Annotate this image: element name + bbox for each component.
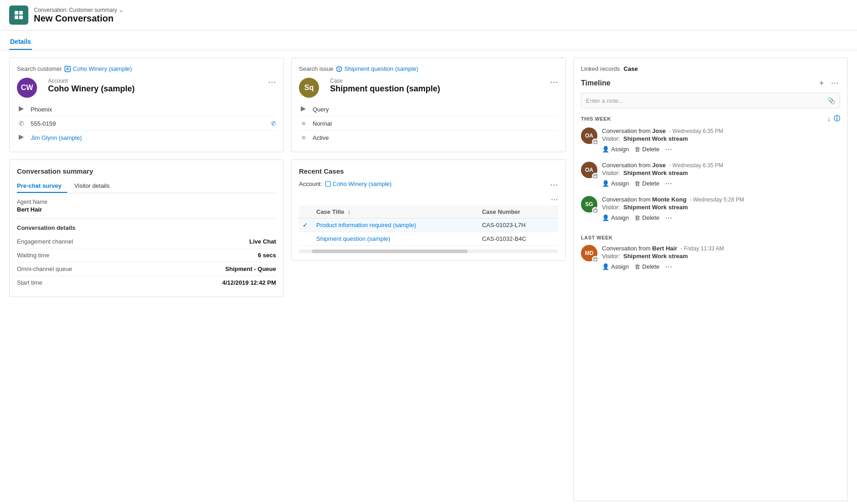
timeline-item-more-button[interactable]: ⋯: [665, 262, 672, 271]
assign-button[interactable]: 👤 Assign: [602, 180, 629, 187]
last-week-label: LAST WEEK: [581, 235, 612, 240]
table-header-case-number: Case Number: [478, 206, 558, 218]
table-row[interactable]: ✓ Product information required (sample) …: [299, 218, 558, 232]
conversation-summary-card: Conversation summary Pre-chat survey Vis…: [9, 159, 284, 297]
timeline-actions-row: 👤 Assign 🗑 Delete ⋯: [602, 262, 840, 271]
table-header-case-title: Case Title ↕: [313, 206, 478, 218]
tab-pre-chat-survey[interactable]: Pre-chat survey: [17, 180, 67, 193]
delete-button[interactable]: 🗑 Delete: [634, 214, 660, 221]
case-search-link[interactable]: Shipment question (sample): [336, 65, 418, 72]
delete-icon: 🗑: [634, 263, 640, 270]
case-more-button[interactable]: ⋯: [550, 78, 558, 86]
customer-contact-link[interactable]: Jim Glynn (sample): [31, 134, 82, 141]
recent-cases-card: Recent Cases Account: Coho Winery (sampl…: [291, 159, 566, 261]
svg-rect-8: [594, 140, 597, 143]
assign-button[interactable]: 👤 Assign: [602, 214, 629, 221]
assign-button[interactable]: 👤 Assign: [602, 146, 629, 153]
cases-more-button[interactable]: ⋯: [550, 180, 558, 190]
timeline-visitor: Visitor: Shipment Work stream: [602, 253, 840, 260]
tab-visitor-details[interactable]: Visitor details: [75, 180, 115, 193]
info-icon[interactable]: ⓘ: [834, 115, 841, 123]
visitor-label: Visitor:: [602, 204, 620, 211]
timeline-from: Conversation from Jose - Wednesday 6:35 …: [602, 162, 840, 169]
timeline-content: Conversation from Jose - Wednesday 6:35 …: [602, 127, 840, 154]
timeline-item-more-button[interactable]: ⋯: [665, 145, 672, 154]
customer-search-row: Search customer Coho Winery (sample): [17, 65, 276, 72]
main-content: Search customer Coho Winery (sample) CW …: [0, 50, 857, 504]
case-entity-header: Sq Case Shipment question (sample) ⋯: [299, 78, 558, 98]
visitor-label: Visitor:: [602, 253, 620, 260]
customer-card: Search customer Coho Winery (sample) CW …: [9, 58, 284, 152]
timeline-content: Conversation from Bert Hair - Friday 11:…: [602, 245, 840, 271]
app-header: Conversation: Customer summary ⌄ New Con…: [0, 0, 857, 31]
customer-entity-info: Account Coho Winery (sample): [48, 78, 135, 94]
timeline-more-button[interactable]: ⋯: [829, 78, 840, 88]
customer-phone-row: ✆ 555-0159 ✆: [17, 117, 276, 131]
timeline-content: Conversation from Jose - Wednesday 6:35 …: [602, 162, 840, 188]
delete-button[interactable]: 🗑 Delete: [634, 263, 660, 270]
customer-name-link[interactable]: Coho Winery (sample): [73, 65, 132, 72]
contact-icon: ⯈: [17, 134, 26, 141]
down-arrow-icon[interactable]: ↓: [827, 115, 831, 122]
customer-city-row: ⯈ Phoenix: [17, 102, 276, 117]
table-check-col: [299, 206, 313, 218]
conversation-tabs: Pre-chat survey Visitor details: [17, 180, 276, 193]
recent-cases-account-link[interactable]: Coho Winery (sample): [325, 180, 392, 187]
middle-column: Search issue Shipment question (sample) …: [291, 58, 566, 501]
horizontal-scrollbar[interactable]: [299, 249, 558, 253]
row-check: ✓: [299, 218, 313, 232]
chevron-down-icon[interactable]: ⌄: [119, 7, 123, 13]
case-search-value[interactable]: Shipment question (sample): [344, 65, 418, 72]
case-status: Active: [313, 134, 329, 141]
case-entity-name: Shipment question (sample): [330, 84, 440, 94]
timeline-visitor: Visitor: Shipment Work stream: [602, 135, 840, 142]
case-status-icon: ≡: [299, 134, 308, 141]
customer-search-link[interactable]: Coho Winery (sample): [64, 65, 132, 72]
timeline-add-button[interactable]: +: [818, 78, 825, 88]
delete-icon: 🗑: [634, 146, 640, 153]
customer-more-button[interactable]: ⋯: [268, 78, 276, 86]
note-input-row[interactable]: Enter a note... 📎: [581, 93, 840, 108]
case-card: Search issue Shipment question (sample) …: [291, 58, 566, 152]
page-title: New Conversation: [34, 13, 123, 24]
recent-cases-account-name: Coho Winery (sample): [333, 180, 392, 187]
case-avatar: Sq: [299, 78, 319, 98]
timeline-item-more-button[interactable]: ⋯: [665, 213, 672, 222]
timeline-avatar: SG: [581, 196, 597, 212]
tab-details[interactable]: Details: [9, 35, 32, 50]
breadcrumb-text: Conversation: Customer summary: [34, 7, 117, 13]
visitor-value: Shipment Work stream: [623, 253, 688, 260]
case-status-row: ≡ Active: [299, 131, 558, 144]
svg-rect-1: [19, 11, 23, 15]
conv-detail-value: Live Chat: [249, 238, 276, 245]
sort-icon[interactable]: ↕: [348, 208, 351, 215]
delete-button[interactable]: 🗑 Delete: [634, 146, 660, 153]
assign-button[interactable]: 👤 Assign: [602, 263, 629, 270]
delete-button[interactable]: 🗑 Delete: [634, 180, 660, 187]
table-more-button[interactable]: ⋯: [299, 195, 558, 204]
case-priority: Normal: [313, 120, 332, 127]
timeline-last-week-items: MD Conversation from Bert Hair - Friday …: [581, 245, 840, 279]
timeline-content: Conversation from Monte Kong - Wednesday…: [602, 196, 840, 222]
case-title-link[interactable]: Shipment question (sample): [316, 235, 390, 242]
timeline-section-actions: ↓ ⓘ: [827, 115, 840, 123]
case-priority-row: ≡ Normal: [299, 117, 558, 131]
conv-detail-value: 4/12/2019 12:42 PM: [222, 279, 276, 286]
timeline-time: - Wednesday 5:28 PM: [690, 196, 744, 203]
call-icon[interactable]: ✆: [271, 120, 276, 127]
customer-entity-type: Account: [48, 78, 135, 84]
app-logo: [9, 5, 28, 25]
table-row[interactable]: Shipment question (sample) CAS-01032-B4C: [299, 232, 558, 246]
assign-icon: 👤: [602, 263, 609, 270]
timeline-title: Timeline: [581, 79, 611, 87]
timeline-actions-row: 👤 Assign 🗑 Delete ⋯: [602, 213, 840, 222]
timeline-item-more-button[interactable]: ⋯: [665, 179, 672, 188]
case-title-link[interactable]: Product information required (sample): [316, 222, 416, 228]
svg-rect-3: [19, 16, 23, 19]
customer-phone: 555-0159: [31, 120, 56, 127]
conv-detail-row: Waiting time6 secs: [17, 249, 276, 262]
last-week-section: LAST WEEK: [581, 235, 840, 240]
conv-detail-label: Omni-channel queue: [17, 265, 72, 272]
delete-icon: 🗑: [634, 214, 640, 221]
timeline-time: - Wednesday 6:35 PM: [669, 128, 724, 134]
